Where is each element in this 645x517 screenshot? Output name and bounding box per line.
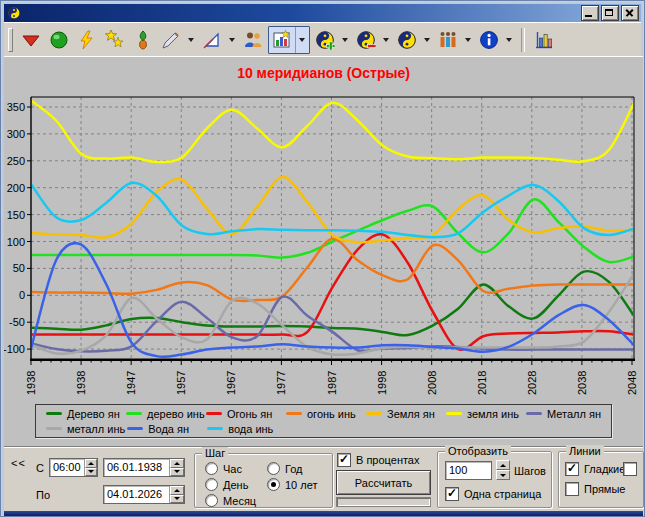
info-button[interactable] xyxy=(476,27,502,53)
series-Земля ян xyxy=(31,177,634,242)
steps-spinner[interactable] xyxy=(496,460,510,480)
spin-up-icon[interactable] xyxy=(170,486,184,495)
stars-button[interactable] xyxy=(102,27,128,53)
maximize-button[interactable] xyxy=(601,5,619,21)
people-pair-button[interactable] xyxy=(240,27,266,53)
info-dropdown[interactable] xyxy=(503,27,514,53)
close-button[interactable] xyxy=(621,5,639,21)
svg-text:-50: -50 xyxy=(9,316,25,328)
svg-text:50: 50 xyxy=(13,262,25,274)
people-pair-icon xyxy=(243,30,263,50)
yinyang-minus-button[interactable] xyxy=(353,27,379,53)
radio-step-year[interactable]: Год xyxy=(267,462,303,475)
legend-dash-icon xyxy=(127,427,143,430)
yinyang-icon xyxy=(397,30,417,50)
green-orb-button[interactable] xyxy=(46,27,72,53)
display-group-title: Отобразить xyxy=(445,445,511,457)
to-date-spinner[interactable] xyxy=(169,486,184,503)
svg-text:1998: 1998 xyxy=(376,371,388,395)
yinyang-plus-dropdown[interactable] xyxy=(339,27,350,53)
spin-down-icon[interactable] xyxy=(170,495,184,504)
from-time-spinner[interactable] xyxy=(84,459,97,476)
calculate-button[interactable]: Рассчитать xyxy=(336,470,431,495)
one-page-checkbox[interactable]: Одна страница xyxy=(445,487,541,501)
radio-icon[interactable] xyxy=(205,478,218,491)
spin-up-icon[interactable] xyxy=(85,459,97,468)
legend-item: дерево инь xyxy=(126,408,204,420)
yinyang-button[interactable] xyxy=(394,27,420,53)
legend-label: Металл ян xyxy=(547,408,601,420)
from-time-spinbox[interactable]: 06:00 xyxy=(49,458,98,477)
radio-step-10years[interactable]: 10 лет xyxy=(267,478,318,491)
pen-icon xyxy=(161,30,181,50)
checkbox-icon[interactable] xyxy=(623,462,637,476)
to-date-value[interactable]: 04.01.2026 xyxy=(104,486,169,503)
spin-up-icon[interactable] xyxy=(170,459,184,468)
chart-wand-icon xyxy=(272,30,292,50)
radio-icon[interactable] xyxy=(267,478,280,491)
radio-icon[interactable] xyxy=(205,462,218,475)
legend-item: огонь инь xyxy=(286,408,364,420)
red-triangle-button[interactable] xyxy=(18,27,44,53)
radio-step-hour[interactable]: Час xyxy=(205,462,242,475)
legend-item: Дерево ян xyxy=(46,408,124,420)
svg-text:2028: 2028 xyxy=(526,371,538,395)
legend-item: Огонь ян xyxy=(206,408,284,420)
spin-down-icon[interactable] xyxy=(496,470,510,480)
checkbox-icon[interactable] xyxy=(445,487,459,501)
from-time-value[interactable]: 06:00 xyxy=(50,459,84,476)
radio-icon[interactable] xyxy=(205,494,218,507)
lightning-button[interactable] xyxy=(74,27,100,53)
legend-label: Огонь ян xyxy=(227,408,272,420)
bar-chart-button[interactable] xyxy=(531,27,557,53)
series-огонь инь xyxy=(31,239,634,301)
spin-down-icon[interactable] xyxy=(85,468,97,477)
legend-dash-icon xyxy=(526,412,542,415)
title-bar[interactable] xyxy=(4,4,641,22)
from-date-value[interactable]: 06.01.1938 xyxy=(104,459,169,476)
percent-checkbox[interactable]: В процентах xyxy=(337,453,420,467)
svg-text:1947: 1947 xyxy=(125,371,137,395)
from-date-spinbox[interactable]: 06.01.1938 xyxy=(103,458,185,477)
protractor-button[interactable] xyxy=(199,27,225,53)
yinyang-minus-dropdown[interactable] xyxy=(380,27,391,53)
series-земля инь xyxy=(31,101,634,163)
chart-wand-button[interactable] xyxy=(269,27,296,53)
acorn-button[interactable] xyxy=(130,27,156,53)
legend-label: дерево инь xyxy=(147,408,205,420)
legend-dash-icon xyxy=(126,412,142,415)
yinyang-dropdown[interactable] xyxy=(421,27,432,53)
extra-checkbox[interactable] xyxy=(623,462,642,476)
legend-label: земля инь xyxy=(467,408,519,420)
pen-button[interactable] xyxy=(158,27,184,53)
people-group-dropdown[interactable] xyxy=(462,27,473,53)
people-group-button[interactable] xyxy=(435,27,461,53)
from-date-spinner[interactable] xyxy=(169,459,184,476)
toolbar-grip[interactable] xyxy=(8,28,13,52)
checkbox-icon[interactable] xyxy=(565,482,579,496)
straight-checkbox[interactable]: Прямые xyxy=(565,482,625,496)
checkbox-icon[interactable] xyxy=(565,462,579,476)
pen-dropdown[interactable] xyxy=(185,27,196,53)
to-date-spinbox[interactable]: 04.01.2026 xyxy=(103,485,185,504)
protractor-dropdown[interactable] xyxy=(226,27,237,53)
chart-wand-dropdown[interactable] xyxy=(296,27,307,53)
series-Вода ян xyxy=(31,243,634,357)
spin-up-icon[interactable] xyxy=(496,460,510,470)
rewind-button[interactable]: << xyxy=(11,457,26,469)
minimize-icon xyxy=(585,15,592,17)
radio-step-month[interactable]: Месяц xyxy=(205,494,256,507)
smooth-checkbox[interactable]: Гладкие xyxy=(565,462,625,476)
checkbox-icon[interactable] xyxy=(337,453,351,467)
steps-value[interactable]: 100 xyxy=(446,462,470,479)
minimize-button[interactable] xyxy=(581,5,599,21)
radio-step-day[interactable]: День xyxy=(205,478,248,491)
svg-text:2008: 2008 xyxy=(426,371,438,395)
radio-icon[interactable] xyxy=(267,462,280,475)
svg-text:0: 0 xyxy=(19,289,25,301)
meridian-chart: 350300250200150100500-50-100193819381947… xyxy=(4,62,643,402)
yinyang-plus-button[interactable] xyxy=(312,27,338,53)
spin-down-icon[interactable] xyxy=(170,468,184,477)
steps-spinbox[interactable]: 100 xyxy=(445,461,492,480)
yinyang-plus-icon xyxy=(315,30,335,50)
